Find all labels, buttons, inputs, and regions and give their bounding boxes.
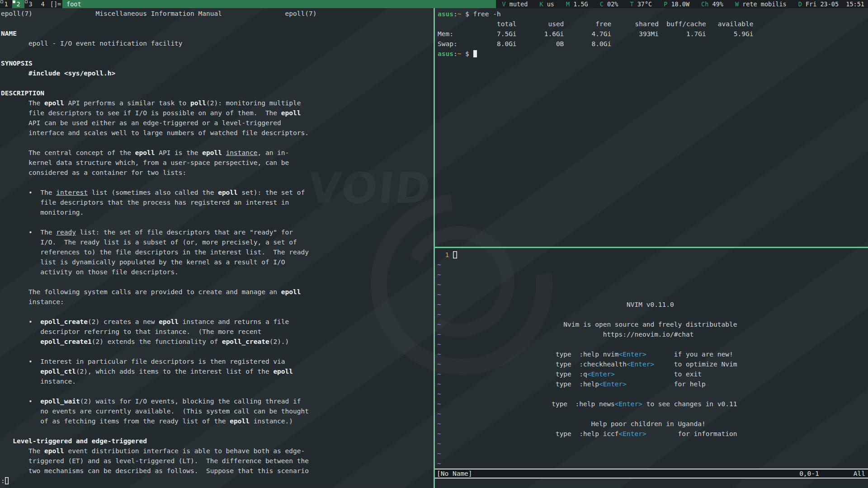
status-segment-V: V muted (502, 0, 528, 8)
man-line (1, 78, 434, 88)
nvim-line: ~ (437, 439, 868, 449)
man-page-content: epoll(7) Miscellaneous Information Manua… (1, 9, 434, 486)
nvim-line: ~ Help poor children in Uganda! (437, 419, 868, 429)
nvim-line: ~ (437, 459, 868, 469)
nvim-buffer: 1 ~~~~~ NVIM v0.11.0~~ Nvim is open sour… (435, 250, 868, 469)
man-line: epoll_create1(2) extends the functionali… (1, 337, 434, 347)
man-line: no events are currently available. (This… (1, 406, 434, 416)
cursor-position: 0,0-1 (799, 469, 819, 478)
status-segment-D: D Fri 23-05 15:51 (798, 0, 864, 8)
nvim-line: ~ type :help iccf<Enter> for information (437, 429, 868, 439)
scroll-indicator: All (854, 469, 865, 478)
cursor (473, 50, 477, 57)
man-line: #include <sys/epoll.h> (1, 68, 434, 78)
man-line: of as fetching items from the ready list… (1, 416, 434, 426)
man-line: • epoll_wait(2) waits for I/O events, bl… (1, 396, 434, 406)
man-line: • Interest in particular file descriptor… (1, 357, 434, 366)
man-line (1, 426, 434, 436)
man-line: The following system calls are provided … (1, 287, 434, 297)
man-line (1, 307, 434, 317)
man-line: monitoring. (1, 207, 434, 217)
layout-symbol[interactable]: []= (49, 0, 62, 8)
window-border-vertical (434, 8, 435, 488)
nvim-editor[interactable]: 1 ~~~~~ NVIM v0.11.0~~ Nvim is open sour… (435, 248, 868, 488)
status-bar: 1234 []= foot V mutedK usM 1.5GC 02%T 37… (0, 0, 868, 8)
man-line: considered as a container for two lists: (1, 168, 434, 178)
man-line: instance: (1, 297, 434, 307)
status-text: V mutedK usM 1.5GC 02%T 37°CP 18.0WCh 49… (496, 0, 868, 8)
man-line: • The interest list (sometimes also call… (1, 188, 434, 197)
nvim-line: ~ (437, 389, 868, 399)
tag-4[interactable]: 4 (37, 0, 49, 8)
man-line: Level-triggered and edge-triggered (1, 436, 434, 446)
tag-2[interactable]: 2 (12, 0, 24, 8)
man-line: DESCRIPTION (1, 88, 434, 98)
status-segment-T: T 37°C (630, 0, 652, 8)
tag-list: 1234 (0, 0, 49, 8)
nvim-line: 1 (437, 250, 868, 260)
man-line: The central concept of the epoll API is … (1, 148, 434, 158)
man-line: I/O. The ready list is a subset of (or, … (1, 237, 434, 247)
man-line (1, 217, 434, 227)
terminal-line: asus:~ $ free -h (438, 9, 868, 19)
man-line (1, 138, 434, 148)
man-line: descriptor referring to that instance. (… (1, 327, 434, 337)
status-segment-W: W rete mobilis (735, 0, 787, 8)
nvim-cmdline (435, 479, 868, 488)
man-line: activity on those file descriptors. (1, 267, 434, 277)
man-line: : (1, 476, 434, 486)
nvim-line: ~ (437, 339, 868, 349)
nvim-line: ~ Nvim is open source and freely distrib… (437, 319, 868, 329)
man-line (1, 19, 434, 28)
man-line: list is dynamically populated by the ker… (1, 257, 434, 267)
man-line: • epoll_create(2) creates a new epoll in… (1, 317, 434, 327)
tag-indicator (0, 0, 3, 3)
man-line: file descriptors that the process has re… (1, 197, 434, 207)
man-line: API can be used either as an edge-trigge… (1, 118, 434, 128)
man-line (1, 347, 434, 357)
man-line: interface and scales well to large numbe… (1, 128, 434, 138)
tag-1[interactable]: 1 (0, 0, 12, 8)
status-segment-Ch: Ch 49% (701, 0, 723, 8)
nvim-line: ~ (437, 290, 868, 300)
man-line: kernel data structure which, from a user… (1, 158, 434, 168)
cursor (5, 477, 9, 484)
nvim-line: ~ type :help<Enter> for help (437, 379, 868, 389)
nvim-line: ~ (437, 449, 868, 459)
man-line: epoll(7) Miscellaneous Information Manua… (1, 9, 434, 19)
nvim-line: ~ (437, 409, 868, 419)
desktop: VOID 1234 []= foot V mutedK usM 1.5GC 02… (0, 0, 868, 488)
nvim-line: ~ type :help nvim<Enter> if you are new! (437, 349, 868, 359)
tag-indicator (25, 0, 28, 3)
man-line: The epoll event distribution interface i… (1, 446, 434, 456)
man-line: The epoll API performs a similar task to… (1, 98, 434, 108)
window-border-horizontal (434, 247, 868, 248)
status-segment-P: P 18.0W (664, 0, 689, 8)
man-line: references to) the file descriptors in t… (1, 247, 434, 257)
terminal-line: total used free shared buff/cache availa… (438, 19, 868, 29)
man-line: epoll_ctl(2), which adds items to the in… (1, 366, 434, 376)
man-line: SYNOPSIS (1, 58, 434, 68)
man-line: NAME (1, 28, 434, 38)
tag-3[interactable]: 3 (24, 0, 37, 8)
man-line (1, 386, 434, 396)
nvim-line: ~ NVIM v0.11.0 (437, 300, 868, 310)
man-line (1, 178, 434, 188)
man-line (1, 48, 434, 58)
nvim-line: ~ (437, 310, 868, 319)
status-segment-M: M 1.5G (566, 0, 588, 8)
terminal-line: asus:~ $ (438, 49, 868, 59)
terminal-man-epoll[interactable]: epoll(7) Miscellaneous Information Manua… (0, 8, 434, 488)
cursor (453, 251, 457, 258)
man-line (1, 277, 434, 287)
man-line: two mechanisms can be described as follo… (1, 466, 434, 476)
man-line: triggered (ET) and as level-triggered (L… (1, 456, 434, 466)
nvim-line: ~ (437, 280, 868, 290)
focused-window-title: foot (62, 0, 496, 8)
nvim-line: ~ type :q<Enter> to exit (437, 369, 868, 379)
man-line: instance. (1, 376, 434, 386)
tag-indicator (13, 0, 15, 3)
nvim-line: ~ https://neovim.io/#chat (437, 329, 868, 339)
terminal-free[interactable]: asus:~ $ free -h total used free shared … (435, 8, 868, 248)
terminal-line: Mem: 7.5Gi 1.6Gi 4.7Gi 393Mi 1.7Gi 5.9Gi (438, 29, 868, 39)
